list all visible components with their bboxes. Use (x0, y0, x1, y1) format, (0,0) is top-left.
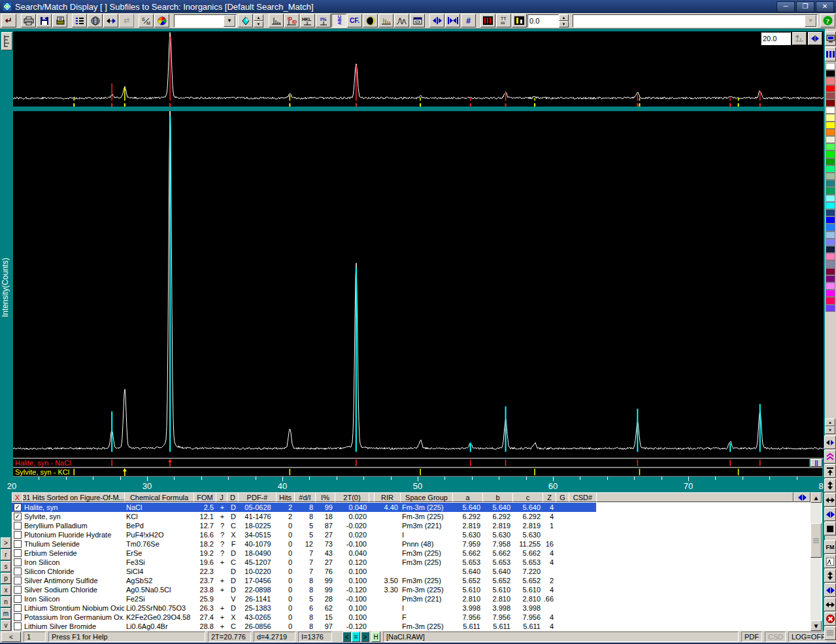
table-scroll-left-button[interactable]: < (1, 632, 21, 642)
phase-checkbox[interactable] (14, 622, 22, 630)
phase-checkbox[interactable] (14, 522, 22, 530)
palette-swatch[interactable] (826, 70, 835, 77)
display-mode-button[interactable] (825, 31, 836, 46)
fit-width-button[interactable] (429, 14, 444, 27)
cancel-button[interactable] (824, 612, 836, 626)
main-chart[interactable] (13, 111, 824, 458)
table-row[interactable]: Erbium SelenideErSe19.2?D18-049007430.04… (12, 549, 822, 558)
column-header-c[interactable]: c (512, 492, 543, 502)
intensity-bar-button[interactable] (512, 14, 527, 27)
phase-checkbox[interactable] (14, 595, 22, 603)
hotkey-button-n[interactable]: n (1, 596, 11, 607)
column-header-rir[interactable]: RIR (374, 492, 401, 502)
palette-swatch[interactable] (826, 129, 835, 136)
stop-button[interactable] (824, 522, 836, 535)
palette-swatch[interactable] (826, 253, 835, 260)
swap-view-button[interactable] (103, 14, 118, 27)
preferences-button[interactable] (410, 14, 425, 27)
palette-swatch[interactable] (826, 260, 835, 267)
palette-swatch[interactable] (826, 268, 835, 275)
hotkey-button-x[interactable]: x (1, 585, 11, 596)
column-header-z[interactable]: Z (543, 492, 556, 502)
pan-horizontal-button[interactable] (824, 435, 836, 449)
palette-swatch[interactable] (826, 275, 835, 282)
table-scroll-up-button[interactable]: ▲ (811, 492, 822, 503)
palette-swatch[interactable] (826, 187, 835, 194)
table-row[interactable]: Lithium Strontium Niobium OxideLi0.25SrN… (12, 603, 822, 613)
palette-swatch[interactable] (826, 297, 835, 304)
column-header-fom[interactable]: FOM (193, 492, 216, 502)
zoom-previous-button[interactable] (824, 450, 836, 464)
palette-swatch[interactable] (826, 77, 835, 84)
column-header-csd[interactable]: CSD# (569, 492, 597, 502)
palette-swatch[interactable] (826, 209, 835, 216)
overview-chart[interactable] (13, 31, 824, 107)
return-button[interactable]: ↵ (1, 14, 16, 27)
column-header-check[interactable]: X (12, 492, 23, 502)
phase-checkbox[interactable]: ✓ (14, 513, 22, 520)
header-scroll-button[interactable] (794, 492, 811, 502)
label-combo[interactable]: ▼ (573, 14, 818, 27)
save-button[interactable] (37, 14, 52, 27)
phase-checkbox[interactable] (14, 549, 22, 557)
offset-spinner-down[interactable]: ▼ (559, 21, 569, 27)
column-header-pdf[interactable]: PDF-# (238, 492, 276, 502)
table-row[interactable]: ✓Sylvite, synKCl12.1+D41-147628180.020Fm… (12, 512, 822, 521)
table-scrollbar-thumb[interactable] (811, 523, 822, 558)
palette-swatch[interactable] (826, 202, 835, 209)
phase-checkbox[interactable]: ✓ (14, 503, 22, 511)
column-header-j[interactable]: J (216, 492, 227, 502)
subfile-wheel-button[interactable] (154, 14, 169, 27)
palette-swatch[interactable] (826, 165, 835, 173)
table-row[interactable]: Silver Antimony SulfideAgSbS223.7+D17-04… (12, 576, 822, 585)
mini-spinner-down[interactable]: ▼ (254, 21, 263, 27)
full-range-button[interactable] (808, 32, 822, 45)
column-header-formula[interactable]: Chemical Formula (124, 492, 194, 502)
table-row[interactable]: Lithium Silver BromideLi0.6Ag0.4Br28.8+C… (12, 622, 822, 631)
overlay-peaks-button[interactable] (378, 14, 393, 27)
nav-next-button[interactable]: > (361, 632, 369, 642)
hotkey-button-r[interactable]: r (1, 549, 11, 560)
search-match-button[interactable]: SM (139, 14, 154, 27)
fit-screen-button[interactable] (445, 14, 460, 27)
help-button[interactable]: ? (820, 14, 835, 27)
expand-horizontal-button[interactable] (824, 493, 836, 507)
list-button[interactable] (824, 626, 836, 640)
side-spinner-up[interactable]: ▲ (825, 418, 835, 426)
maximize-button[interactable]: ❐ (796, 1, 814, 12)
palette-swatch[interactable] (826, 85, 835, 92)
palette-swatch[interactable] (826, 63, 835, 70)
profile-fit-button[interactable] (394, 14, 409, 27)
scroll-top-button[interactable] (824, 464, 836, 478)
palette-swatch[interactable] (826, 158, 835, 165)
table-row[interactable]: Silver Sodium ChlorideAg0.5Na0.5Cl23.8+D… (12, 585, 822, 594)
phase-combo[interactable]: ▼ (174, 14, 237, 27)
offset-spinner-up[interactable]: ▲ (559, 14, 569, 21)
palette-swatch[interactable] (826, 107, 835, 114)
peak-height-button[interactable] (792, 32, 807, 45)
grid-button[interactable]: # (461, 14, 476, 27)
palette-swatch[interactable] (826, 246, 835, 253)
phase-checkbox[interactable] (14, 604, 22, 612)
column-header-g[interactable]: G (556, 492, 569, 502)
table-scrollbar-track[interactable] (811, 503, 822, 620)
table-row[interactable]: ✓Halite, synNaCl2.5+D05-062828990.0404.4… (12, 503, 822, 512)
close-button[interactable]: ✕ (816, 1, 834, 12)
palette-swatch[interactable] (826, 224, 835, 231)
table-row[interactable]: Iron SiliconFe2Si25.9V26-11410528-0.100P… (12, 594, 822, 603)
palette-swatch[interactable] (826, 150, 835, 158)
phase-bar-halite[interactable]: Halite, syn - NaCl (13, 459, 809, 467)
offset-input[interactable] (527, 14, 559, 27)
phase-checkbox[interactable] (14, 568, 22, 575)
stick-columns-button[interactable] (825, 47, 836, 61)
print-button[interactable] (21, 14, 36, 27)
palette-swatch[interactable] (826, 92, 835, 99)
palette-swatch[interactable] (826, 136, 835, 143)
scroll-horizontal-button[interactable] (824, 507, 836, 521)
hotkey-button-p[interactable]: p (1, 573, 11, 584)
mini-spinner[interactable]: ▲▼ (254, 14, 263, 27)
phase-checkbox[interactable] (14, 586, 22, 594)
overview-range-input[interactable] (761, 32, 791, 45)
column-header-b[interactable]: b (482, 492, 513, 502)
phase-combo-dropdown[interactable]: ▼ (224, 15, 235, 27)
